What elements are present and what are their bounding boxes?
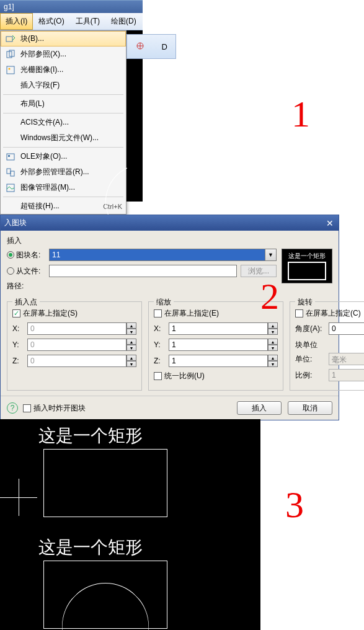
menu-item-ole[interactable]: OLE对象(O)... bbox=[1, 149, 126, 164]
menu-item-acis-label: ACIS文件(A)... bbox=[20, 117, 122, 128]
block-name-combo[interactable] bbox=[49, 249, 265, 261]
scale-z-label: Z: bbox=[154, 357, 165, 365]
insert-x-input[interactable] bbox=[27, 322, 127, 335]
scale-y-input[interactable] bbox=[169, 339, 268, 351]
menu-format[interactable]: 格式(O) bbox=[33, 13, 69, 30]
ratio-value: 1 bbox=[329, 369, 364, 381]
chk-onscreen-scale[interactable]: 在屏幕上指定(E) bbox=[154, 308, 278, 319]
spin-down-icon[interactable]: ▼ bbox=[127, 361, 136, 367]
radio-from-file[interactable]: 从文件: bbox=[7, 266, 45, 277]
radio-block-name-label: 图块名: bbox=[16, 250, 40, 260]
blank-icon bbox=[4, 118, 17, 128]
radio-checked-icon bbox=[7, 251, 14, 259]
menu-item-layout[interactable]: 布局(L) bbox=[1, 96, 126, 112]
menu-insert[interactable]: 插入(I) bbox=[0, 13, 33, 30]
checkbox-unchecked-icon bbox=[154, 309, 162, 317]
menu-draw[interactable]: 绘图(D) bbox=[105, 13, 142, 30]
ratio-label: 比例: bbox=[295, 370, 325, 381]
menu-item-ole-label: OLE对象(O)... bbox=[20, 151, 122, 162]
unit-value: 毫米 bbox=[329, 353, 364, 365]
svg-rect-5 bbox=[7, 154, 14, 160]
blank-icon bbox=[4, 81, 17, 91]
scale-x-label: X: bbox=[154, 324, 165, 333]
spin-up-icon[interactable]: ▲ bbox=[127, 339, 136, 345]
dialog-title: 入图块 bbox=[4, 218, 27, 228]
insert-block-dialog: 入图块 ✕ 插入 图块名: ▼ 从 bbox=[0, 215, 339, 420]
chk-onscreen-rotate[interactable]: 在屏幕上指定(C) bbox=[295, 308, 364, 319]
insert-y-input[interactable] bbox=[27, 339, 127, 351]
dialog-titlebar[interactable]: 入图块 ✕ bbox=[1, 215, 339, 231]
group-rotate: 旋转 在屏幕上指定(C) 角度(A):▲▼ 块单位 单位:毫米 比例:1 bbox=[290, 301, 364, 391]
checkbox-checked-icon: ✓ bbox=[12, 309, 20, 317]
chk-onscreen-rotate-label: 在屏幕上指定(C) bbox=[306, 308, 361, 319]
svg-rect-6 bbox=[8, 155, 10, 157]
menu-item-field[interactable]: 插入字段(F) bbox=[1, 78, 126, 93]
spin-down-icon[interactable]: ▼ bbox=[127, 345, 136, 351]
toolbar-icon-1[interactable] bbox=[135, 41, 145, 53]
menu-item-acis[interactable]: ACIS文件(A)... bbox=[1, 115, 126, 130]
menu-item-raster[interactable]: 光栅图像(I)... bbox=[1, 62, 126, 78]
checkbox-unchecked-icon bbox=[295, 309, 303, 317]
canvas-result: 这是一个矩形 这是一个矩形 bbox=[0, 419, 260, 630]
chk-onscreen-insertpoint-label: 在屏幕上指定(S) bbox=[23, 308, 78, 319]
radio-unchecked-icon bbox=[7, 267, 14, 275]
spin-down-icon[interactable]: ▼ bbox=[268, 329, 278, 335]
spin-down-icon[interactable]: ▼ bbox=[127, 329, 136, 335]
preview-text: 这是一个矩形 bbox=[288, 252, 326, 260]
spin-up-icon[interactable]: ▲ bbox=[268, 355, 278, 361]
canvas-text-1: 这是一个矩形 bbox=[38, 424, 143, 448]
combo-dropdown-icon[interactable]: ▼ bbox=[265, 249, 277, 261]
menu-item-xref[interactable]: 外部参照(X)... bbox=[1, 47, 126, 62]
menu-item-xrefmgr[interactable]: 外部参照管理器(R)... bbox=[1, 164, 126, 180]
svg-rect-8 bbox=[11, 171, 14, 176]
menu-tools[interactable]: 工具(T) bbox=[70, 13, 105, 30]
group-scale-title: 缩放 bbox=[154, 297, 174, 308]
svg-point-4 bbox=[9, 68, 11, 69]
spin-up-icon[interactable]: ▲ bbox=[127, 322, 136, 329]
scale-z-input[interactable] bbox=[169, 355, 268, 367]
chk-uniform-scale[interactable]: 统一比例(U) bbox=[154, 371, 278, 381]
menu-item-wmf[interactable]: Windows图元文件(W)... bbox=[1, 130, 126, 146]
chk-explode[interactable]: 插入时炸开图块 bbox=[23, 403, 86, 414]
preview-rect-icon bbox=[288, 262, 326, 280]
svg-rect-3 bbox=[7, 66, 14, 74]
spin-down-icon[interactable]: ▼ bbox=[268, 345, 278, 351]
radio-block-name[interactable]: 图块名: bbox=[7, 250, 45, 260]
window-title-fragment: g1] bbox=[0, 0, 143, 13]
from-file-input[interactable] bbox=[49, 265, 237, 277]
scale-x-input[interactable] bbox=[169, 322, 268, 335]
blank-icon bbox=[4, 133, 17, 143]
spin-up-icon[interactable]: ▲ bbox=[127, 355, 136, 361]
menu-item-raster-label: 光栅图像(I)... bbox=[20, 64, 122, 75]
unit-label: 单位: bbox=[295, 354, 325, 365]
insert-button[interactable]: 插入 bbox=[237, 401, 282, 415]
menu-item-block[interactable]: 块(B)... bbox=[1, 31, 126, 47]
menu-item-hyperlink-label: 超链接(H)... bbox=[20, 201, 98, 211]
block-preview: 这是一个矩形 bbox=[282, 249, 332, 283]
chk-onscreen-insertpoint[interactable]: ✓ 在屏幕上指定(S) bbox=[12, 308, 136, 319]
group-rotate-title: 旋转 bbox=[295, 297, 315, 308]
angle-input[interactable] bbox=[329, 322, 364, 335]
annotation-2: 2 bbox=[260, 275, 279, 318]
block-unit-title: 块单位 bbox=[295, 340, 364, 350]
toolbar-fragment: D bbox=[127, 34, 176, 59]
separator bbox=[3, 113, 123, 113]
y-label: Y: bbox=[12, 340, 24, 349]
insert-z-input[interactable] bbox=[27, 355, 127, 367]
svg-rect-0 bbox=[6, 37, 12, 42]
menu-item-wmf-label: Windows图元文件(W)... bbox=[20, 133, 122, 143]
cancel-button[interactable]: 取消 bbox=[288, 401, 332, 415]
spin-up-icon[interactable]: ▲ bbox=[268, 339, 278, 345]
group-insert-point: 插入点 ✓ 在屏幕上指定(S) X:▲▼ Y:▲▼ Z:▲▼ bbox=[7, 301, 142, 391]
svg-rect-7 bbox=[7, 169, 11, 174]
path-label: 路径: bbox=[7, 281, 45, 291]
close-icon[interactable]: ✕ bbox=[325, 218, 335, 228]
spin-up-icon[interactable]: ▲ bbox=[268, 322, 278, 329]
checkbox-unchecked-icon bbox=[23, 404, 31, 412]
separator bbox=[3, 147, 123, 148]
help-icon[interactable]: ? bbox=[7, 402, 18, 414]
z-label: Z: bbox=[12, 357, 24, 365]
x-label: X: bbox=[12, 324, 24, 333]
spin-down-icon[interactable]: ▼ bbox=[268, 361, 278, 367]
canvas-text-2: 这是一个矩形 bbox=[38, 536, 143, 559]
